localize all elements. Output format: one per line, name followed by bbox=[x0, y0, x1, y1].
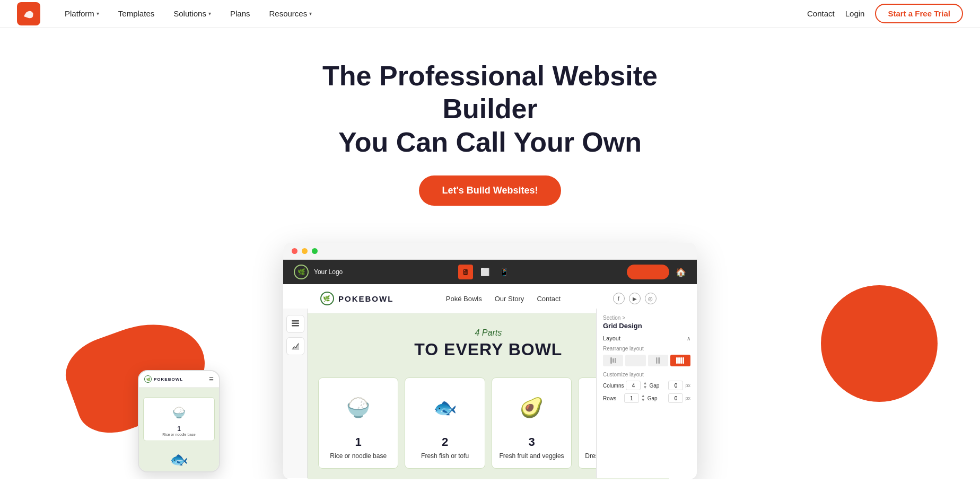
card-label-3: Fresh fruit and veggies bbox=[498, 452, 565, 460]
browser-min-dot bbox=[302, 248, 308, 254]
svg-marker-3 bbox=[292, 342, 299, 350]
panel-rows-input[interactable] bbox=[624, 393, 639, 403]
panel-columns-row: Columns ▲▼ Gap px bbox=[603, 381, 690, 390]
card-label-1: Rice or noodle base bbox=[325, 452, 391, 460]
hero-section: The Professional Website Builder You Can… bbox=[0, 28, 980, 222]
website-card-1: 🍚 1 Rice or noodle base bbox=[318, 377, 398, 469]
nav-links: Platform ▾ Templates Solutions ▾ Plans R… bbox=[55, 0, 321, 28]
editor-home-icon[interactable]: 🏠 bbox=[676, 267, 686, 277]
blob-right-decoration bbox=[821, 285, 938, 402]
mobile-mockup: 🌿 POKEBOWL ☰ 🍚 1 Rice or noodle base 🐟 bbox=[138, 370, 220, 472]
add-element-icon[interactable] bbox=[286, 337, 304, 355]
browser-chrome bbox=[283, 243, 697, 260]
panel-section-label: Section > bbox=[603, 315, 690, 321]
panel-layout-label: Layout bbox=[603, 335, 620, 341]
panel-rows-gap-unit: px bbox=[685, 396, 690, 401]
panel-rows-gap-label: Gap bbox=[648, 396, 667, 401]
desktop-device-button[interactable]: 🖥 bbox=[458, 265, 473, 279]
panel-columns-input[interactable] bbox=[626, 381, 641, 390]
panel-rows-stepper[interactable]: ▲▼ bbox=[641, 394, 645, 402]
layout-2x2[interactable] bbox=[625, 355, 645, 366]
youtube-icon[interactable]: ▶ bbox=[629, 293, 641, 304]
card-bowl-1: 🍚 bbox=[337, 386, 380, 429]
website-card-2: 🐟 2 Fresh fish or tofu bbox=[405, 377, 485, 469]
nav-contact[interactable]: Contact bbox=[537, 295, 561, 303]
editor-logo-text: Your Logo bbox=[314, 268, 343, 276]
mobile-device-button[interactable]: 📱 bbox=[496, 265, 511, 279]
nav-poke-bowls[interactable]: Poké Bowls bbox=[446, 295, 482, 303]
duda-logo[interactable] bbox=[17, 2, 40, 25]
website-card-3: 🥑 3 Fresh fruit and veggies bbox=[492, 377, 572, 469]
mobile-card: 🍚 1 Rice or noodle base bbox=[143, 397, 215, 441]
website-social-icons: f ▶ ◎ bbox=[613, 293, 657, 304]
platform-chevron-icon: ▾ bbox=[97, 11, 99, 16]
card-number-2: 2 bbox=[412, 435, 478, 449]
website-brand-name: POKEBOWL bbox=[338, 294, 393, 303]
nav-platform[interactable]: Platform ▾ bbox=[55, 0, 109, 28]
layout-1x4[interactable] bbox=[603, 355, 623, 366]
facebook-icon[interactable]: f bbox=[613, 293, 625, 304]
mobile-hamburger-icon[interactable]: ☰ bbox=[209, 376, 214, 382]
panel-title: Grid Design bbox=[603, 322, 690, 330]
nav-left: Platform ▾ Templates Solutions ▾ Plans R… bbox=[17, 0, 321, 28]
nav-templates[interactable]: Templates bbox=[109, 0, 164, 28]
nav-plans[interactable]: Plans bbox=[221, 0, 260, 28]
layout-4x1[interactable] bbox=[670, 355, 690, 366]
browser-window: 🌿 Your Logo 🖥 ⬜ 📱 🏠 bbox=[283, 243, 697, 479]
editor-logo-area: 🌿 Your Logo bbox=[294, 265, 343, 279]
svg-rect-2 bbox=[292, 325, 299, 327]
panel-columns-gap-unit: px bbox=[685, 383, 690, 388]
mobile-card-number: 1 bbox=[148, 425, 210, 433]
start-free-trial-button[interactable]: Start a Free Trial bbox=[875, 4, 963, 23]
panel-rearrange-label: Rearrange layout bbox=[603, 346, 690, 352]
mockup-area: 🌿 POKEBOWL ☰ 🍚 1 Rice or noodle base 🐟 � bbox=[0, 243, 980, 479]
solutions-chevron-icon: ▾ bbox=[208, 11, 211, 16]
card-number-3: 3 bbox=[498, 435, 565, 449]
mobile-fish-image: 🐟 bbox=[170, 451, 188, 468]
editor-device-icons: 🖥 ⬜ 📱 bbox=[458, 265, 511, 279]
nav-contact-link[interactable]: Contact bbox=[807, 9, 835, 18]
layout-options-grid bbox=[603, 355, 690, 366]
card-label-2: Fresh fish or tofu bbox=[412, 452, 478, 460]
panel-gap-label: Gap bbox=[649, 383, 666, 389]
mobile-nav-bar: 🌿 POKEBOWL ☰ bbox=[139, 371, 219, 388]
nav-login-link[interactable]: Login bbox=[845, 9, 865, 18]
panel-layout-chevron[interactable]: ∧ bbox=[687, 336, 690, 341]
editor-body: 🌿 POKEBOWL Poké Bowls Our Story Contact … bbox=[283, 284, 697, 479]
panel-columns-gap-input[interactable] bbox=[668, 381, 683, 390]
panel-layout-row: Layout ∧ bbox=[603, 335, 690, 341]
editor-publish-button[interactable] bbox=[627, 265, 669, 279]
hero-cta-button[interactable]: Let's Build Websites! bbox=[419, 175, 562, 206]
mobile-footer: 🐟 bbox=[139, 447, 219, 471]
panel-columns-stepper[interactable]: ▲▼ bbox=[643, 381, 647, 390]
resources-chevron-icon: ▾ bbox=[309, 11, 312, 16]
mobile-bowl-image: 🍚 bbox=[169, 402, 190, 423]
card-bowl-3: 🥑 bbox=[511, 386, 553, 429]
tablet-device-button[interactable]: ⬜ bbox=[477, 265, 492, 279]
panel-columns-label: Columns bbox=[603, 383, 624, 389]
website-brand: 🌿 POKEBOWL bbox=[320, 292, 393, 305]
website-brand-icon: 🌿 bbox=[320, 292, 334, 305]
nav-resources[interactable]: Resources ▾ bbox=[259, 0, 321, 28]
layers-panel-icon[interactable] bbox=[286, 315, 304, 333]
nav-solutions[interactable]: Solutions ▾ bbox=[164, 0, 221, 28]
card-bowl-2: 🐟 bbox=[424, 386, 466, 429]
svg-rect-0 bbox=[292, 320, 299, 322]
mobile-brand-name: POKEBOWL bbox=[154, 377, 183, 382]
nav-right: Contact Login Start a Free Trial bbox=[807, 4, 963, 23]
layout-3x1[interactable] bbox=[648, 355, 668, 366]
editor-left-sidebar bbox=[283, 309, 308, 478]
mobile-card-label: Rice or noodle base bbox=[148, 433, 210, 436]
nav-our-story[interactable]: Our Story bbox=[495, 295, 524, 303]
panel-rows-gap-input[interactable] bbox=[668, 393, 683, 403]
panel-customize-label: Customize layout bbox=[603, 372, 690, 377]
instagram-icon[interactable]: ◎ bbox=[645, 293, 657, 304]
card-number-1: 1 bbox=[325, 435, 391, 449]
editor-toolbar: 🌿 Your Logo 🖥 ⬜ 📱 🏠 bbox=[283, 260, 697, 284]
mobile-hero-content: 🍚 1 Rice or noodle base bbox=[139, 388, 219, 447]
website-nav-links: Poké Bowls Our Story Contact bbox=[446, 295, 561, 303]
panel-rows-label: Rows bbox=[603, 396, 622, 401]
main-nav: Platform ▾ Templates Solutions ▾ Plans R… bbox=[0, 0, 980, 28]
editor-logo-icon: 🌿 bbox=[294, 265, 309, 279]
panel-rows-row: Rows ▲▼ Gap px bbox=[603, 393, 690, 403]
